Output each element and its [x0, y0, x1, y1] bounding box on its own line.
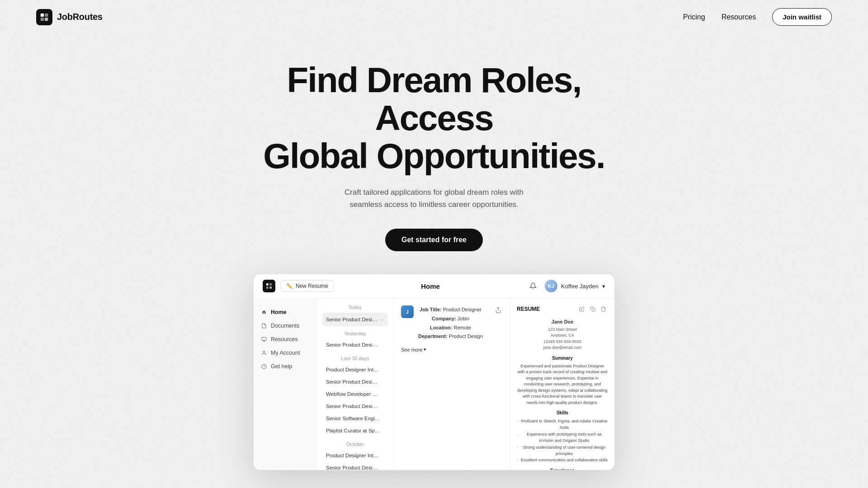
history-item-text: Senior Software Engineer at Shopify [326, 415, 380, 422]
documents-icon [261, 323, 267, 329]
svg-point-11 [263, 351, 265, 353]
app-history: Today Senior Product Designer at Jo... ·… [317, 298, 394, 470]
resources-icon [261, 336, 267, 343]
sidebar-item-account[interactable]: My Account [254, 346, 316, 360]
svg-rect-2 [41, 17, 44, 20]
pricing-link[interactable]: Pricing [683, 13, 705, 21]
history-item-text: Webflow Developer at Gifty [326, 391, 380, 398]
svg-rect-0 [41, 13, 44, 16]
resume-content: Jane Doe 123 Main Street Anytown, CA 123… [517, 318, 608, 470]
resources-link[interactable]: Resources [722, 13, 756, 21]
app-header: ✏️ New Resume Home KJ Koffee Jayden [254, 274, 614, 298]
chevron-down-icon: ▾ [424, 347, 426, 352]
job-detail-header: J Job Title: Product Designer Company: J… [401, 305, 503, 341]
nav-logo[interactable]: JobRoutes [36, 9, 103, 25]
svg-rect-5 [269, 283, 272, 286]
svg-rect-4 [266, 283, 269, 286]
join-waitlist-button[interactable]: Join waitlist [772, 8, 832, 26]
app-header-right: KJ Koffee Jayden ▾ [527, 280, 605, 292]
resume-panel-header: RESUME [517, 305, 608, 314]
bell-icon[interactable] [527, 280, 539, 292]
history-section-30days: Last 30 days [322, 356, 388, 361]
nav-links: Pricing Resources Join waitlist [683, 8, 832, 26]
history-item-text: Senior Product Designer at Intern... [326, 465, 380, 470]
sidebar-account-label: My Account [271, 350, 300, 356]
sidebar-item-resources[interactable]: Resources [254, 333, 316, 346]
job-fields: Job Title: Product Designer Company: Job… [418, 305, 483, 341]
history-item[interactable]: Senior Product Designer at Jobin [322, 400, 388, 413]
svg-rect-7 [269, 286, 272, 289]
share-icon[interactable] [494, 305, 503, 314]
app-sidebar: Home Documents Resources [254, 298, 317, 470]
resume-skill: Experience with prototyping tools such a… [517, 431, 608, 444]
see-more-button[interactable]: See more ▾ [401, 347, 503, 352]
resume-label: RESUME [517, 306, 540, 312]
job-detail: J Job Title: Product Designer Company: J… [394, 298, 510, 470]
history-item-text: Senior Product Designer at Jobin [326, 403, 380, 410]
resume-skill: Excellent communication and collaboratio… [517, 457, 608, 463]
history-section-yesterday: Yesterday [322, 331, 388, 336]
new-resume-button[interactable]: ✏️ New Resume [281, 280, 334, 292]
hero-subtitle: Craft tailored applications for global d… [339, 186, 529, 211]
history-item-text: Senior Product Designer at Intern... [326, 379, 380, 385]
resume-skill: Strong understanding of user-centered de… [517, 444, 608, 457]
svg-rect-6 [266, 286, 269, 289]
app-logo-small [263, 280, 275, 292]
svg-rect-8 [262, 338, 266, 341]
history-item-text: Playlist Curator at Spotify Music [326, 427, 380, 434]
resume-name: Jane Doe [517, 318, 608, 326]
app-body: Home Documents Resources [254, 298, 614, 470]
resume-skill: Proficient in Sketch, Figma, and Adobe C… [517, 418, 608, 431]
history-item[interactable]: Senior Product Designer at Jo... ··· [322, 313, 388, 326]
sidebar-documents-label: Documents [271, 323, 299, 329]
resume-contact: 123 Main Street Anytown, CA 12345 555-55… [517, 327, 608, 351]
app-preview: ✏️ New Resume Home KJ Koffee Jayden [253, 274, 615, 470]
history-item-text: Product Designer Intern at Stripe [326, 452, 380, 459]
history-item-menu[interactable]: ··· [379, 315, 384, 324]
history-item[interactable]: Senior Product Designer at Paysta... [322, 339, 388, 351]
history-item[interactable]: Product Designer Intern at Stripe [322, 450, 388, 462]
account-icon [261, 350, 267, 356]
download-resume-button[interactable] [599, 305, 608, 314]
history-item[interactable]: Senior Product Designer at Intern... [322, 376, 388, 388]
resume-summary-title: Summary [517, 355, 608, 361]
chevron-down-icon: ▾ [602, 283, 605, 290]
sidebar-item-documents[interactable]: Documents [254, 319, 316, 333]
edit-icon: ✏️ [287, 283, 293, 289]
history-item[interactable]: Product Designer Intern at Stripe [322, 364, 388, 376]
edit-resume-button[interactable] [577, 305, 586, 314]
hero-title: Find Dream Roles, Access Global Opportun… [231, 61, 637, 175]
history-item-text: Senior Product Designer at Paysta... [326, 342, 380, 348]
logo-text: JobRoutes [57, 12, 103, 22]
history-item-text: Senior Product Designer at Jo... [326, 316, 379, 323]
logo-icon [36, 9, 52, 25]
sidebar-home-label: Home [271, 309, 287, 315]
svg-rect-15 [592, 309, 595, 312]
copy-resume-button[interactable] [588, 305, 597, 314]
resume-panel: RESUME [510, 298, 614, 470]
history-section-october: October [322, 441, 388, 447]
resume-experience-title: Experience [517, 467, 608, 470]
resume-skills-title: Skills [517, 409, 608, 416]
history-item[interactable]: Playlist Curator at Spotify Music [322, 425, 388, 437]
sidebar-item-help[interactable]: Get help [254, 360, 316, 373]
history-item[interactable]: Webflow Developer at Gifty [322, 388, 388, 400]
svg-rect-1 [45, 13, 48, 16]
hero-section: Find Dream Roles, Access Global Opportun… [0, 34, 868, 488]
history-item[interactable]: Senior Software Engineer at Shopify [322, 413, 388, 425]
app-header-left: ✏️ New Resume [263, 280, 334, 292]
navbar: JobRoutes Pricing Resources Join waitlis… [0, 0, 868, 34]
sidebar-help-label: Get help [271, 363, 292, 370]
company-logo: J [401, 305, 414, 318]
app-main: J Job Title: Product Designer Company: J… [394, 298, 614, 470]
history-item[interactable]: Senior Product Designer at Intern... [322, 462, 388, 470]
sidebar-item-home[interactable]: Home [254, 305, 316, 319]
sidebar-resources-label: Resources [271, 336, 298, 343]
resume-summary-text: Experienced and passionate Product Desig… [517, 363, 608, 406]
home-icon [261, 309, 267, 315]
avatar: KJ [545, 280, 557, 292]
svg-rect-3 [45, 17, 48, 20]
get-started-button[interactable]: Get started for free [385, 229, 483, 251]
history-item-text: Product Designer Intern at Stripe [326, 366, 380, 373]
user-profile[interactable]: KJ Koffee Jayden ▾ [545, 280, 605, 292]
